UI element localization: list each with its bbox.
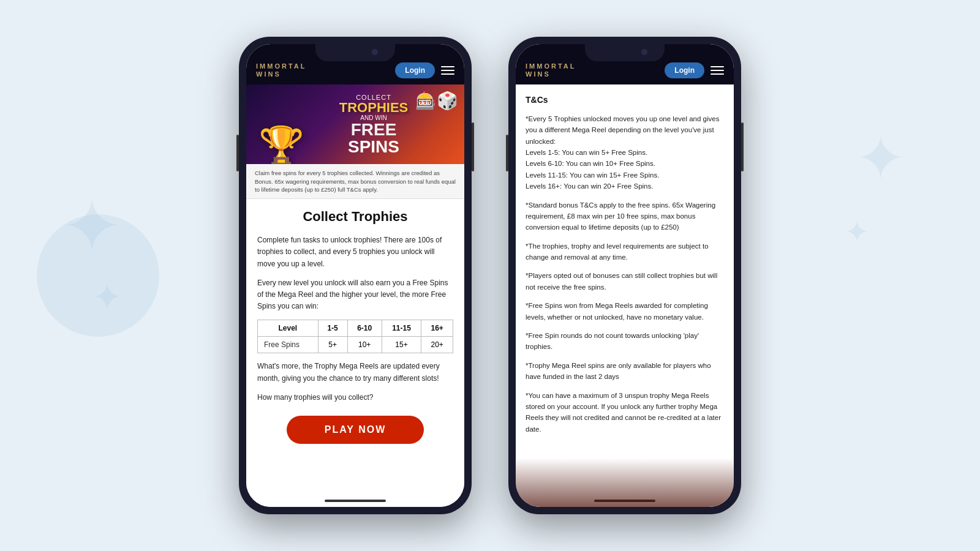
col-11-15: 11-15 [382, 320, 421, 337]
level-table: Level 1-5 6-10 11-15 16+ Free Spins 5+ 1… [257, 320, 453, 353]
banner-trophies: TROPHIES [339, 101, 408, 114]
camera-2 [641, 49, 647, 55]
logo-2: IMMORTAL WINS [526, 62, 576, 78]
login-button-2[interactable]: Login [665, 62, 704, 78]
tc-para-8: *You can have a maximum of 3 unspun trop… [526, 390, 724, 435]
tc-para-2: *Standard bonus T&Cs apply to the free s… [526, 200, 724, 233]
disclaimer-text: Claim free spins for every 5 trophies co… [246, 164, 464, 199]
tc-para-1: *Every 5 Trophies unlocked moves you up … [526, 113, 724, 192]
spins-6-10: 10+ [347, 337, 382, 353]
col-16plus: 16+ [421, 320, 453, 337]
phone-1: IMMORTAL WINS Login 🏆 collect TROPHIES [239, 37, 472, 514]
phone-screen-2: IMMORTAL WINS Login T&Cs *Every 5 Trophi… [516, 44, 734, 507]
logo-1: IMMORTAL WINS [256, 62, 306, 78]
home-indicator-1 [246, 495, 464, 507]
page-title-1: Collect Trophies [257, 209, 453, 225]
menu-icon-1[interactable] [441, 66, 454, 75]
table-header-row: Level 1-5 6-10 11-15 16+ [258, 320, 453, 337]
login-button-1[interactable]: Login [395, 62, 435, 78]
spins-1-5: 5+ [318, 337, 347, 353]
main-content-1: Collect Trophies Complete fun tasks to u… [246, 199, 464, 463]
spins-16plus: 20+ [421, 337, 453, 353]
play-now-button[interactable]: PLAY NOW [287, 416, 424, 444]
spins-11-15: 15+ [382, 337, 421, 353]
banner-text: collect TROPHIES and win FREE SPINS [339, 94, 408, 156]
tc-para-3: *The trophies, trophy and level requirem… [526, 241, 724, 263]
side-btn-right-2 [741, 122, 744, 171]
phone-screen-1: IMMORTAL WINS Login 🏆 collect TROPHIES [246, 44, 464, 507]
col-1-5: 1-5 [318, 320, 347, 337]
banner-1: 🏆 collect TROPHIES and win FREE SPINS 🎰🎲 [246, 84, 464, 164]
camera-1 [372, 49, 378, 55]
tc-para-4: *Players opted out of bonuses can still … [526, 270, 724, 293]
tc-para-7: *Trophy Mega Reel spins are only availab… [526, 360, 724, 383]
tc-content: T&Cs *Every 5 Trophies unlocked moves yo… [516, 84, 734, 495]
tc-para-6: *Free Spin rounds do not count towards u… [526, 330, 724, 353]
banner-icons: 🎰🎲 [415, 91, 458, 111]
trophy-icon: 🏆 [258, 124, 304, 164]
table-data-row: Free Spins 5+ 10+ 15+ 20+ [258, 337, 453, 353]
notch-1 [315, 44, 395, 61]
description-3: What's more, the Trophy Mega Reels are u… [257, 361, 453, 384]
row-free-spins-label: Free Spins [258, 337, 318, 353]
side-btn-right-1 [472, 122, 474, 171]
description-1: Complete fun tasks to unlock trophies! T… [257, 234, 453, 270]
side-btn-left-2 [506, 135, 508, 171]
home-bar-2 [594, 500, 655, 502]
phone-content-1: 🏆 collect TROPHIES and win FREE SPINS 🎰🎲… [246, 84, 464, 495]
side-btn-left-1 [236, 135, 239, 171]
tc-title: T&Cs [526, 93, 724, 107]
header-right-2: Login [665, 62, 724, 78]
banner-spins: SPINS [339, 138, 408, 156]
bg-circle [37, 214, 159, 337]
bg-star-4: ✦ [844, 214, 870, 250]
description-4: How many trophies will you collect? [257, 392, 453, 403]
menu-icon-2[interactable] [710, 66, 724, 75]
home-bar-1 [325, 500, 386, 502]
header-right-1: Login [395, 62, 454, 78]
bg-star-3: ✦ [855, 122, 907, 194]
col-level: Level [258, 320, 318, 337]
phone-2: IMMORTAL WINS Login T&Cs *Every 5 Trophi… [508, 37, 741, 514]
description-2: Every new level you unlock will also ear… [257, 277, 453, 313]
col-6-10: 6-10 [347, 320, 382, 337]
tc-para-5: *Free Spins won from Mega Reels awarded … [526, 300, 724, 323]
home-indicator-2 [516, 495, 734, 507]
notch-2 [585, 44, 665, 61]
banner-free: FREE [339, 121, 408, 138]
